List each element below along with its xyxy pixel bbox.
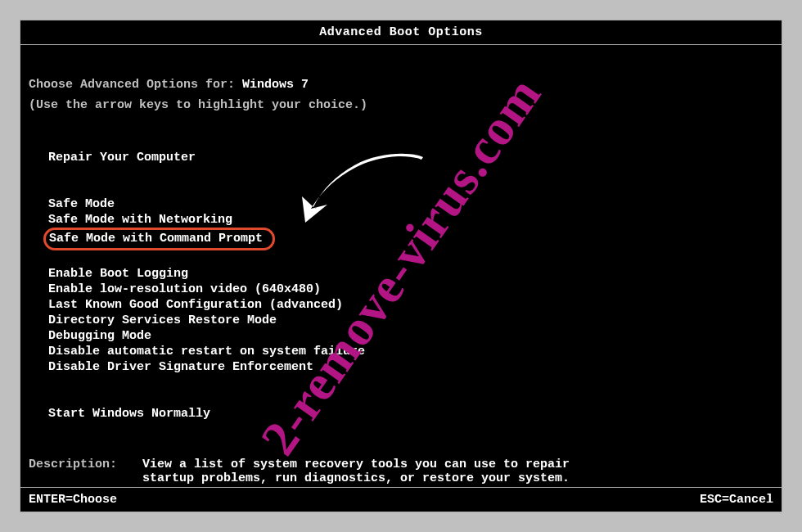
keyboard-hint: (Use the arrow keys to highlight your ch… — [29, 98, 773, 112]
spacer — [48, 165, 773, 196]
intro-label: Choose Advanced Options for: — [29, 78, 242, 92]
footer-enter-choose: ENTER=Choose — [29, 493, 117, 507]
description-label: Description: — [29, 458, 135, 471]
description-text: View a list of system recovery tools you… — [142, 458, 601, 485]
option-safe-mode-networking[interactable]: Safe Mode with Networking — [48, 212, 773, 228]
option-start-windows-normally[interactable]: Start Windows Normally — [48, 406, 773, 422]
option-enable-boot-logging[interactable]: Enable Boot Logging — [48, 266, 773, 282]
option-disable-driver-signature-enforcement[interactable]: Disable Driver Signature Enforcement — [48, 359, 773, 375]
footer-esc-cancel: ESC=Cancel — [700, 493, 773, 507]
option-disable-automatic-restart[interactable]: Disable automatic restart on system fail… — [48, 344, 773, 359]
window-title: Advanced Boot Options — [20, 20, 782, 45]
option-safe-mode-command-prompt-wrapper: Safe Mode with Command Prompt — [48, 228, 773, 250]
option-safe-mode-command-prompt[interactable]: Safe Mode with Command Prompt — [43, 228, 275, 250]
spacer — [48, 250, 773, 266]
option-debugging-mode[interactable]: Debugging Mode — [48, 328, 773, 344]
footer-bar: ENTER=Choose ESC=Cancel — [20, 487, 782, 512]
option-last-known-good-configuration[interactable]: Last Known Good Configuration (advanced) — [48, 297, 773, 313]
option-safe-mode[interactable]: Safe Mode — [48, 196, 773, 212]
options-list: Repair Your Computer Safe Mode Safe Mode… — [29, 150, 773, 422]
boot-options-window: Advanced Boot Options Choose Advanced Op… — [20, 20, 782, 512]
option-low-resolution-video[interactable]: Enable low-resolution video (640x480) — [48, 282, 773, 297]
spacer — [48, 375, 773, 406]
description-block: Description: View a list of system recov… — [29, 458, 773, 485]
intro-os-value: Windows 7 — [242, 78, 309, 92]
intro-line: Choose Advanced Options for: Windows 7 — [29, 78, 773, 92]
content-area: Choose Advanced Options for: Windows 7 (… — [20, 45, 782, 485]
option-repair-your-computer[interactable]: Repair Your Computer — [48, 150, 773, 165]
option-directory-services-restore-mode[interactable]: Directory Services Restore Mode — [48, 313, 773, 328]
